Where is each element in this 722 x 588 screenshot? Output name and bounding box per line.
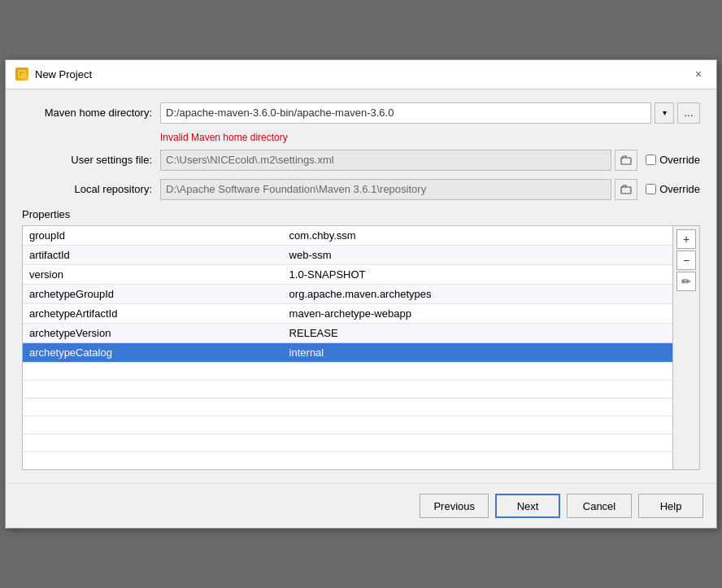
property-name: archetypeArtifactId bbox=[23, 303, 283, 323]
dialog-title: New Project bbox=[35, 68, 92, 81]
user-settings-row: User settings file: Override bbox=[22, 150, 700, 171]
properties-section: Properties groupIdcom.chby.ssmartifactId… bbox=[22, 208, 700, 471]
table-empty-row bbox=[23, 451, 672, 469]
property-value: maven-archetype-webapp bbox=[283, 303, 672, 323]
help-button[interactable]: Help bbox=[638, 494, 703, 518]
maven-home-label: Maven home directory: bbox=[22, 107, 160, 119]
property-name: archetypeGroupId bbox=[23, 284, 283, 303]
user-settings-input bbox=[160, 150, 611, 171]
dialog-content: Maven home directory: ▾ … Invalid Maven … bbox=[6, 89, 716, 484]
edit-property-button[interactable]: ✏ bbox=[676, 272, 696, 291]
title-bar-left: New Project bbox=[15, 68, 92, 81]
property-value: org.apache.maven.archetypes bbox=[283, 284, 672, 303]
property-name: version bbox=[23, 264, 283, 284]
local-repo-row: Local repository: Override bbox=[22, 179, 700, 200]
local-repo-label: Local repository: bbox=[22, 183, 160, 195]
app-icon bbox=[15, 68, 28, 81]
property-value: internal bbox=[283, 342, 672, 362]
table-action-buttons: + − ✏ bbox=[672, 226, 699, 470]
title-bar: New Project × bbox=[6, 60, 716, 89]
property-name: groupId bbox=[23, 226, 283, 246]
local-repo-input-group: Override bbox=[160, 179, 700, 200]
table-row[interactable]: archetypeVersionRELEASE bbox=[23, 323, 672, 342]
next-button[interactable]: Next bbox=[495, 494, 560, 518]
properties-table: groupIdcom.chby.ssmartifactIdweb-ssmvers… bbox=[23, 226, 672, 470]
property-name: artifactId bbox=[23, 245, 283, 264]
table-row[interactable]: archetypeCataloginternal bbox=[23, 342, 672, 362]
maven-home-dropdown-btn[interactable]: ▾ bbox=[655, 102, 674, 124]
table-row[interactable]: artifactIdweb-ssm bbox=[23, 245, 672, 264]
property-name: archetypeCatalog bbox=[23, 342, 283, 362]
dialog-footer: Previous Next Cancel Help bbox=[6, 483, 716, 528]
user-settings-label: User settings file: bbox=[22, 154, 160, 166]
close-button[interactable]: × bbox=[690, 66, 707, 82]
maven-home-browse-btn[interactable]: … bbox=[677, 102, 700, 124]
user-settings-input-group: Override bbox=[160, 150, 700, 171]
property-value: com.chby.ssm bbox=[283, 226, 672, 246]
property-value: web-ssm bbox=[283, 245, 672, 264]
table-empty-row bbox=[23, 416, 672, 433]
table-empty-row bbox=[23, 380, 672, 398]
property-value: 1.0-SNAPSHOT bbox=[283, 264, 672, 284]
add-property-button[interactable]: + bbox=[676, 229, 696, 249]
user-settings-override-checkbox[interactable] bbox=[646, 155, 656, 165]
previous-button[interactable]: Previous bbox=[420, 494, 489, 518]
svg-rect-2 bbox=[23, 72, 24, 73]
table-row[interactable]: version1.0-SNAPSHOT bbox=[23, 264, 672, 284]
table-row[interactable]: groupIdcom.chby.ssm bbox=[23, 226, 672, 246]
svg-rect-1 bbox=[20, 72, 22, 74]
maven-home-input-group: ▾ … bbox=[160, 102, 700, 124]
local-repo-input bbox=[160, 179, 611, 200]
new-project-dialog: New Project × Maven home directory: ▾ … … bbox=[5, 59, 717, 529]
table-row[interactable]: archetypeArtifactIdmaven-archetype-webap… bbox=[23, 303, 672, 323]
property-value: RELEASE bbox=[283, 323, 672, 342]
user-settings-override-label[interactable]: Override bbox=[646, 154, 700, 166]
remove-property-button[interactable]: − bbox=[676, 250, 696, 270]
svg-rect-4 bbox=[621, 158, 631, 164]
local-repo-override-label[interactable]: Override bbox=[646, 183, 700, 195]
maven-home-input[interactable] bbox=[160, 102, 651, 124]
local-repo-override-checkbox[interactable] bbox=[646, 184, 656, 194]
properties-title: Properties bbox=[22, 208, 700, 220]
table-empty-row bbox=[23, 433, 672, 451]
cancel-button[interactable]: Cancel bbox=[567, 494, 632, 518]
property-name: archetypeVersion bbox=[23, 323, 283, 342]
maven-home-row: Maven home directory: ▾ … bbox=[22, 102, 700, 124]
local-repo-browse-btn[interactable] bbox=[615, 179, 637, 200]
table-empty-row bbox=[23, 398, 672, 416]
maven-home-error: Invalid Maven home directory bbox=[160, 132, 700, 143]
table-empty-row bbox=[23, 362, 672, 380]
properties-table-container: groupIdcom.chby.ssmartifactIdweb-ssmvers… bbox=[22, 225, 700, 471]
svg-rect-5 bbox=[621, 187, 631, 194]
table-row[interactable]: archetypeGroupIdorg.apache.maven.archety… bbox=[23, 284, 672, 303]
user-settings-browse-btn[interactable] bbox=[615, 150, 637, 171]
svg-rect-3 bbox=[20, 75, 21, 76]
